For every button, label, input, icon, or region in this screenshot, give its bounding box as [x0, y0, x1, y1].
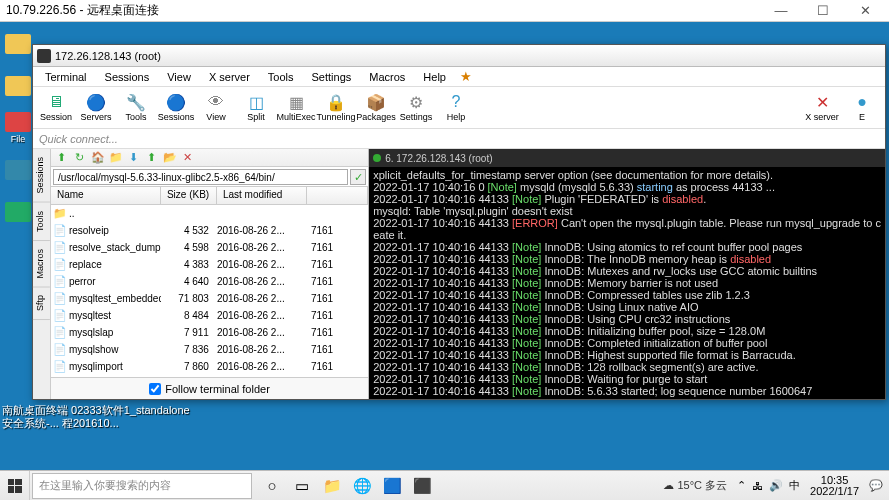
sftp-toolbar: ⬆ ↻ 🏠 📁 ⬇ ⬆ 📂 ✕ — [51, 149, 368, 167]
terminal-tab[interactable]: 6. 172.26.128.143 (root) — [369, 149, 885, 167]
quick-connect-bar[interactable]: Quick connect... — [33, 129, 885, 149]
sidetab-macros[interactable]: Macros — [33, 241, 50, 288]
file-list[interactable]: 📁..📄resolveip4 5322016-08-26 2...7161📄re… — [51, 205, 368, 377]
notifications-icon[interactable]: 💬 — [869, 479, 883, 492]
desktop-folder-icon[interactable] — [2, 26, 34, 62]
col-name[interactable]: Name — [51, 187, 161, 204]
toolbar-view-button[interactable]: 👁View — [197, 89, 235, 127]
weather-widget[interactable]: ☁ 15°C 多云 — [663, 478, 727, 493]
menu-settings[interactable]: Settings — [304, 69, 360, 85]
toolbar-split-button[interactable]: ◫Split — [237, 89, 275, 127]
file-row[interactable]: 📄mysqltest_embedded71 8032016-08-26 2...… — [51, 290, 368, 307]
terminal-status-icon — [373, 154, 381, 162]
menu-sessions[interactable]: Sessions — [97, 69, 158, 85]
refresh-icon[interactable]: ↻ — [73, 151, 87, 165]
file-row[interactable]: 📁.. — [51, 205, 368, 222]
file-row[interactable]: 📄resolveip4 5322016-08-26 2...7161 — [51, 222, 368, 239]
search-placeholder: 在这里输入你要搜索的内容 — [39, 478, 171, 493]
taskbar-pinned: ○ ▭ 📁 🌐 🟦 ⬛ — [254, 472, 440, 500]
menu-macros[interactable]: Macros — [361, 69, 413, 85]
sidetab-sftp[interactable]: Sftp — [33, 287, 50, 320]
follow-label: Follow terminal folder — [165, 383, 270, 395]
toolbar-multiexec-button[interactable]: ▦MultiExec — [277, 89, 315, 127]
sidetab-tools[interactable]: Tools — [33, 203, 50, 241]
menu-help[interactable]: Help — [415, 69, 454, 85]
file-row[interactable]: 📄mysqlimport7 8602016-08-26 2...7161 — [51, 358, 368, 375]
path-go-button[interactable]: ✓ — [350, 169, 366, 185]
rdp-title: 10.79.226.56 - 远程桌面连接 — [6, 2, 769, 19]
toolbar-sessions-button[interactable]: 🔵Sessions — [157, 89, 195, 127]
file-row[interactable]: 📄resolve_stack_dump4 5982016-08-26 2...7… — [51, 239, 368, 256]
file-row[interactable]: 📄mysqlshow7 8362016-08-26 2...7161 — [51, 341, 368, 358]
windows-icon — [8, 479, 22, 493]
favorite-icon[interactable]: ★ — [460, 69, 472, 84]
desktop-icons: File — [2, 26, 36, 466]
toolbar: 🖥Session🔵Servers🔧Tools🔵Sessions👁View◫Spl… — [33, 87, 885, 129]
taskbar: 在这里输入你要搜索的内容 ○ ▭ 📁 🌐 🟦 ⬛ ☁ 15°C 多云 ⌃ 🖧 🔊… — [0, 470, 889, 500]
tray-up-icon[interactable]: ⌃ — [737, 479, 746, 492]
minimize-button[interactable]: — — [769, 2, 793, 20]
terminal-tab-label: 6. 172.26.128.143 (root) — [385, 153, 492, 164]
path-input[interactable] — [53, 169, 348, 185]
toolbar-servers-button[interactable]: 🔵Servers — [77, 89, 115, 127]
menu-terminal[interactable]: Terminal — [37, 69, 95, 85]
rdp-titlebar[interactable]: 10.79.226.56 - 远程桌面连接 — ☐ ✕ — [0, 0, 889, 22]
taskbar-tray: ☁ 15°C 多云 ⌃ 🖧 🔊 中 10:35 2022/1/17 💬 — [663, 475, 889, 497]
moba-titlebar[interactable]: 172.26.128.143 (root) — [33, 45, 885, 67]
toolbar-session-button[interactable]: 🖥Session — [37, 89, 75, 127]
sftp-panel: ⬆ ↻ 🏠 📁 ⬇ ⬆ 📂 ✕ ✓ Name Size (KB) Last mo — [51, 149, 369, 399]
app-icon[interactable]: 🟦 — [378, 472, 406, 500]
app-icon[interactable]: ⬛ — [408, 472, 436, 500]
file-row[interactable]: 📄mysqlslap7 9112016-08-26 2...7161 — [51, 324, 368, 341]
menu-tools[interactable]: Tools — [260, 69, 302, 85]
cortana-icon[interactable]: ○ — [258, 472, 286, 500]
toolbar-tunneling-button[interactable]: 🔒Tunneling — [317, 89, 355, 127]
tray-volume-icon[interactable]: 🔊 — [769, 479, 783, 492]
col-date[interactable]: Last modified — [217, 187, 307, 204]
close-button[interactable]: ✕ — [853, 2, 877, 20]
delete-icon[interactable]: ✕ — [181, 151, 195, 165]
toolbar-e-button[interactable]: ●E — [843, 89, 881, 127]
mobaxterm-window: 172.26.128.143 (root) TerminalSessionsVi… — [32, 44, 886, 400]
tray-ime-icon[interactable]: 中 — [789, 478, 800, 493]
moba-title: 172.26.128.143 (root) — [55, 50, 881, 62]
download-icon[interactable]: ⬇ — [127, 151, 141, 165]
new-folder-icon[interactable]: 📂 — [163, 151, 177, 165]
folder-icon[interactable]: 📁 — [109, 151, 123, 165]
taskbar-clock[interactable]: 10:35 2022/1/17 — [810, 475, 859, 497]
desktop-app-icon[interactable] — [2, 194, 34, 230]
file-list-header[interactable]: Name Size (KB) Last modified — [51, 187, 368, 205]
task-view-icon[interactable]: ▭ — [288, 472, 316, 500]
sidetab-sessions[interactable]: Sessions — [33, 149, 50, 203]
file-row[interactable]: 📄perror4 6402016-08-26 2...7161 — [51, 273, 368, 290]
home-icon[interactable]: 🏠 — [91, 151, 105, 165]
desktop-app-icon[interactable] — [2, 152, 34, 188]
toolbar-packages-button[interactable]: 📦Packages — [357, 89, 395, 127]
upload-icon[interactable]: ⬆ — [145, 151, 159, 165]
desktop-app-icon[interactable]: File — [2, 110, 34, 146]
explorer-icon[interactable]: 📁 — [318, 472, 346, 500]
moba-app-icon — [37, 49, 51, 63]
menu-bar: TerminalSessionsViewX serverToolsSetting… — [33, 67, 885, 87]
file-row[interactable]: 📄replace4 3832016-08-26 2...7161 — [51, 256, 368, 273]
file-row[interactable]: 📄mysqltest8 4842016-08-26 2...7161 — [51, 307, 368, 324]
maximize-button[interactable]: ☐ — [811, 2, 835, 20]
edge-icon[interactable]: 🌐 — [348, 472, 376, 500]
quick-connect-label: Quick connect... — [39, 133, 118, 145]
col-size[interactable]: Size (KB) — [161, 187, 217, 204]
toolbar-settings-button[interactable]: ⚙Settings — [397, 89, 435, 127]
desktop-folder-icon[interactable] — [2, 68, 34, 104]
terminal-panel[interactable]: 6. 172.26.128.143 (root) xplicit_default… — [369, 149, 885, 399]
toolbar-tools-button[interactable]: 🔧Tools — [117, 89, 155, 127]
follow-checkbox[interactable] — [149, 383, 161, 395]
toolbar-help-button[interactable]: ?Help — [437, 89, 475, 127]
tray-network-icon[interactable]: 🖧 — [752, 480, 763, 492]
menu-x-server[interactable]: X server — [201, 69, 258, 85]
terminal-output[interactable]: xplicit_defaults_for_timestamp server op… — [369, 167, 885, 399]
taskbar-search[interactable]: 在这里输入你要搜索的内容 — [32, 473, 252, 499]
toolbar-x server-button[interactable]: ✕X server — [803, 89, 841, 127]
menu-view[interactable]: View — [159, 69, 199, 85]
col-owner[interactable] — [307, 187, 368, 204]
start-button[interactable] — [0, 471, 30, 501]
nav-up-icon[interactable]: ⬆ — [55, 151, 69, 165]
